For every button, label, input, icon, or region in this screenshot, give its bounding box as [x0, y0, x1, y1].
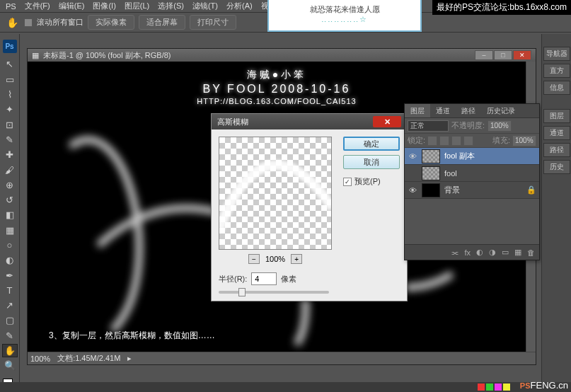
layer-name[interactable]: fool [444, 169, 457, 178]
path-tab[interactable]: 路径 [543, 143, 570, 157]
zoom-out-button[interactable]: − [248, 254, 260, 264]
scroll-checkbox[interactable] [24, 18, 33, 27]
preview-checkbox[interactable]: ✓ [343, 178, 352, 186]
menu-edit[interactable]: 编辑(E) [56, 0, 88, 12]
eyedropper-tool-icon[interactable]: ✎ [2, 133, 18, 146]
brush-tool-icon[interactable]: 🖌 [2, 163, 18, 176]
tab-layers[interactable]: 图层 [405, 104, 430, 117]
radius-slider[interactable] [219, 291, 329, 294]
dodge-tool-icon[interactable]: ◐ [2, 253, 18, 267]
preview-checkbox-row[interactable]: ✓ 预览(P) [343, 176, 400, 187]
menu-ps[interactable]: PS [3, 1, 19, 11]
sig-line1: 海贼●小笨 [28, 69, 526, 81]
heal-tool-icon[interactable]: ✚ [2, 148, 18, 161]
fill-input[interactable]: 100% [512, 135, 536, 146]
print-size-button[interactable]: 打印尺寸 [190, 15, 236, 30]
wand-tool-icon[interactable]: ✦ [2, 103, 18, 116]
maximize-button[interactable]: □ [494, 50, 512, 60]
navigator-tab[interactable]: 导航器 [543, 47, 570, 61]
tab-paths[interactable]: 路径 [456, 104, 481, 117]
zoom-level[interactable]: 100% [30, 354, 50, 363]
link-icon[interactable]: ⫘ [451, 248, 458, 257]
layer-thumbnail[interactable] [422, 149, 440, 163]
radius-input[interactable] [251, 272, 277, 285]
notes-tool-icon[interactable]: ✎ [2, 329, 18, 342]
layer-name[interactable]: 背景 [444, 185, 460, 195]
actual-pixels-button[interactable]: 实际像素 [88, 15, 134, 30]
doc-size: 文档:1.45M/2.41M [57, 353, 120, 364]
layer-thumbnail[interactable] [422, 166, 440, 180]
fill-label: 填充: [492, 135, 510, 146]
gradient-tool-icon[interactable]: ▦ [2, 224, 18, 237]
new-layer-icon[interactable]: ▦ [514, 248, 521, 257]
eraser-tool-icon[interactable]: ◧ [2, 208, 18, 221]
popup-text: 就恐落花来借逢人愿 [269, 4, 420, 15]
document-titlebar[interactable]: ▦ 未标题-1 @ 100% (fool 副本, RGB/8) – □ ✕ [28, 49, 536, 62]
tab-history[interactable]: 历史记录 [481, 104, 521, 117]
opacity-input[interactable]: 100% [488, 120, 512, 132]
zoom-in-button[interactable]: + [291, 254, 302, 264]
visibility-icon[interactable] [408, 168, 417, 178]
blend-mode-select[interactable]: 正常 [408, 120, 449, 132]
type-tool-icon[interactable]: T [2, 284, 18, 297]
minimize-button[interactable]: – [475, 50, 493, 60]
ok-button[interactable]: 确定 [343, 137, 400, 151]
layer-tab[interactable]: 图层 [543, 109, 570, 123]
layer-thumbnail[interactable] [422, 183, 440, 197]
blur-tool-icon[interactable]: ○ [2, 238, 18, 252]
status-arrow-icon[interactable]: ▸ [127, 354, 132, 363]
adjustment-icon[interactable]: ◑ [489, 248, 496, 257]
hand-tool-icon[interactable]: ✋ [4, 16, 20, 29]
move-tool-icon[interactable]: ↖ [2, 57, 18, 71]
info-tab[interactable]: 信息 [543, 81, 570, 95]
shape-tool-icon[interactable]: ▢ [2, 313, 18, 327]
slider-thumb[interactable] [238, 288, 246, 296]
lock-label: 锁定: [408, 135, 425, 146]
close-button[interactable]: ✕ [513, 50, 531, 60]
zoom-tool-icon[interactable]: 🔍 [2, 359, 18, 372]
dialog-close-button[interactable]: ✕ [373, 116, 401, 127]
lasso-tool-icon[interactable]: ⌇ [2, 88, 18, 101]
radius-label: 半径(R): [219, 274, 247, 284]
crop-tool-icon[interactable]: ⊡ [2, 117, 18, 131]
channel-tab[interactable]: 通道 [543, 126, 570, 140]
menu-select[interactable]: 选择(S) [155, 0, 187, 12]
folder-icon[interactable]: ▭ [502, 248, 509, 257]
toolbox: Ps ↖ ▭ ⌇ ✦ ⊡ ✎ ✚ 🖌 ⊕ ↺ ◧ ▦ ○ ◐ ✒ T ↗ ▢ ✎… [0, 34, 20, 392]
layer-row[interactable]: 👁 fool 副本 [405, 148, 539, 165]
dialog-titlebar[interactable]: 高斯模糊 ✕ [212, 114, 407, 129]
menu-file[interactable]: 文件(F) [22, 0, 53, 12]
fit-screen-button[interactable]: 适合屏幕 [139, 15, 185, 30]
menu-image[interactable]: 图像(I) [90, 0, 118, 12]
lock-position-icon[interactable] [451, 136, 461, 146]
layer-row[interactable]: 👁 背景 🔒 [405, 182, 539, 199]
tab-channels[interactable]: 通道 [430, 104, 456, 117]
marquee-tool-icon[interactable]: ▭ [2, 73, 18, 86]
lock-pixels-icon[interactable] [439, 136, 449, 146]
stamp-tool-icon[interactable]: ⊕ [2, 178, 18, 192]
menu-filter[interactable]: 滤镜(T) [190, 0, 221, 12]
cancel-button[interactable]: 取消 [343, 155, 400, 169]
pen-tool-icon[interactable]: ✒ [2, 268, 18, 282]
layer-name[interactable]: fool 副本 [444, 151, 475, 161]
menu-layer[interactable]: 图层(L) [122, 0, 152, 12]
lock-transparency-icon[interactable] [427, 136, 437, 146]
brand-watermark: PSFENG.cn [520, 380, 568, 391]
layers-panel: 图层 通道 路径 历史记录 正常 不透明度: 100% 锁定: 填充: 100%… [404, 103, 540, 260]
menu-analysis[interactable]: 分析(A) [224, 0, 255, 12]
visibility-icon[interactable]: 👁 [408, 185, 417, 195]
trash-icon[interactable]: 🗑 [527, 248, 535, 257]
mask-icon[interactable]: ◐ [476, 248, 483, 257]
history-brush-tool-icon[interactable]: ↺ [2, 193, 18, 207]
path-tool-icon[interactable]: ↗ [2, 299, 18, 312]
watermark-text: 最好的PS交流论坛:bbs.16xx8.com [432, 0, 571, 15]
hand-tool-icon[interactable]: ✋ [2, 344, 18, 357]
fx-icon[interactable]: fx [464, 248, 471, 257]
visibility-icon[interactable]: 👁 [408, 151, 417, 161]
lock-all-icon[interactable] [463, 136, 473, 146]
layer-row[interactable]: fool [405, 165, 539, 182]
doc-icon: ▦ [32, 51, 39, 60]
history-tab[interactable]: 历史 [543, 160, 570, 174]
preview-area[interactable] [219, 137, 332, 250]
histogram-tab[interactable]: 直方 [543, 64, 570, 78]
